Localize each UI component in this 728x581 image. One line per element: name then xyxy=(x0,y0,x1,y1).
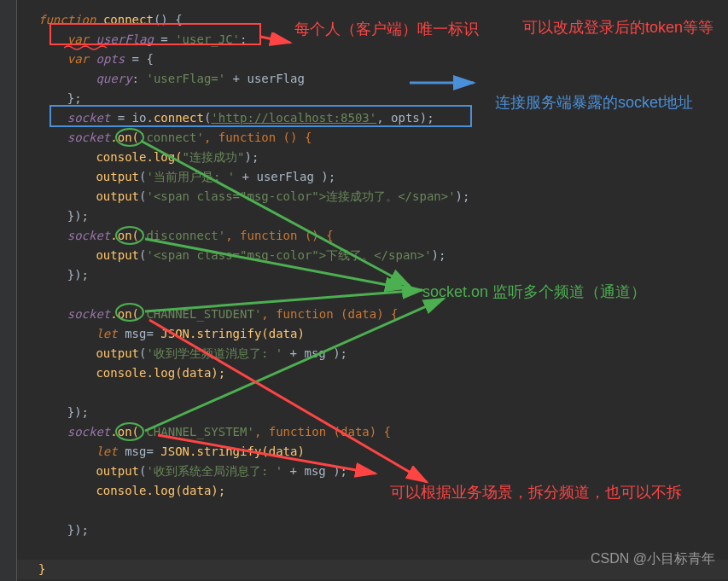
code-line: output('<span class="msg-color">下线了。</sp… xyxy=(38,246,469,265)
code-line: var opts = { xyxy=(38,49,469,69)
code-line: let msg= JSON.stringify(data) xyxy=(38,324,469,344)
annotation-token: 可以改成登录后的token等等 xyxy=(522,17,719,38)
code-line: output('<span class="msg-color">连接成功了。</… xyxy=(38,187,469,206)
code-line: output('收到系统全局消息了: ' + msg ); xyxy=(38,462,469,481)
code-line: }); xyxy=(38,403,469,422)
code-line: console.log(data); xyxy=(38,481,469,501)
code-line: }); xyxy=(38,520,469,540)
code-line: console.log("连接成功"); xyxy=(38,148,469,167)
code-editor[interactable]: function connect() { var userFlag = 'use… xyxy=(17,0,469,579)
code-line xyxy=(38,383,469,403)
code-line: socket.on('connect', function () { xyxy=(38,128,469,148)
code-line xyxy=(38,285,469,305)
code-line: socket.on('CHANNEL_STUDENT', function (d… xyxy=(38,305,469,324)
code-line xyxy=(38,540,469,560)
code-line: socket.on('CHANNEL_SYSTEM', function (da… xyxy=(38,422,469,442)
code-line: function connect() { xyxy=(38,10,469,30)
annotation-socket-url: 连接服务端暴露的socket地址 xyxy=(495,92,717,113)
code-line: } xyxy=(38,560,469,579)
code-line: }); xyxy=(38,206,469,226)
code-line: console.log(data); xyxy=(38,363,469,383)
watermark: CSDN @小目标青年 xyxy=(591,550,715,568)
code-line: output('当前用户是: ' + userFlag ); xyxy=(38,167,469,187)
code-line: query: 'userFlag=' + userFlag xyxy=(38,69,469,89)
code-line: socket.on('disconnect', function () { xyxy=(38,226,469,246)
code-line xyxy=(38,501,469,520)
code-line: }); xyxy=(38,265,469,285)
editor-gutter xyxy=(0,0,17,581)
code-line: var userFlag = 'user_JC'; xyxy=(38,30,469,49)
code-line: socket = io.connect('http://localhost:85… xyxy=(38,108,469,128)
code-line: }; xyxy=(38,89,469,108)
code-line: let msg= JSON.stringify(data) xyxy=(38,442,469,462)
code-line: output('收到学生频道消息了: ' + msg ); xyxy=(38,344,469,363)
